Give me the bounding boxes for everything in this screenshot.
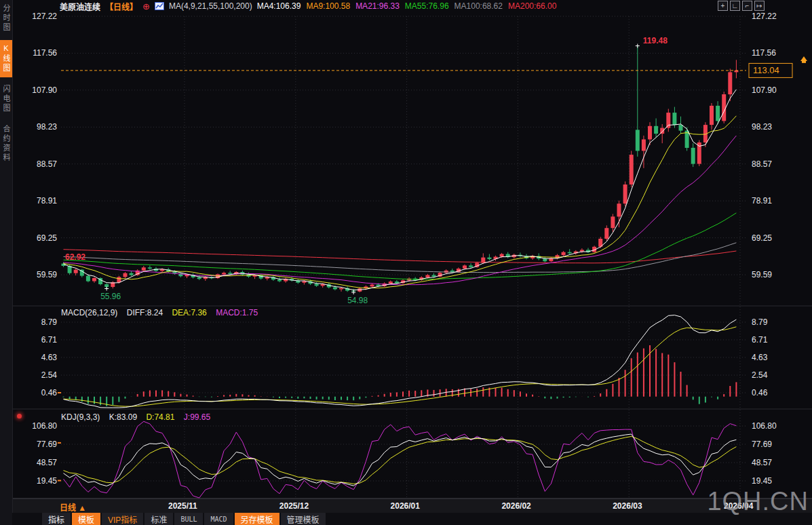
indicator-alert-dot[interactable] bbox=[17, 414, 22, 419]
chart-style-icon[interactable] bbox=[155, 2, 164, 10]
time-axis-row: 日线 ▲ 2025/112025/122026/012026/022026/03… bbox=[12, 499, 812, 513]
svg-text:0.46: 0.46 bbox=[41, 388, 58, 397]
svg-text:127.22: 127.22 bbox=[752, 12, 777, 21]
svg-text:2.54: 2.54 bbox=[752, 370, 768, 380]
svg-text:127.22: 127.22 bbox=[32, 12, 57, 21]
tab-intraday-chart[interactable]: 分时图 bbox=[0, 0, 12, 37]
ma-value: MA21:96.33 bbox=[355, 1, 400, 11]
trading-app-window: 分时图K线图闪电图合约资料 美原油连续 【日线】 ⊕ MA(4,9,21,55,… bbox=[0, 0, 812, 525]
svg-text:54.98: 54.98 bbox=[347, 296, 368, 305]
svg-text:8.79: 8.79 bbox=[752, 317, 768, 327]
chart-header-bar: 美原油连续 【日线】 ⊕ MA(4,9,21,55,100,200) MA4:1… bbox=[12, 0, 812, 12]
macd-macd-value: MACD:1.75 bbox=[216, 308, 258, 317]
date-label: 2025/12 bbox=[279, 501, 309, 511]
macd-params: MACD(26,12,9) bbox=[61, 308, 117, 317]
svg-text:8.79: 8.79 bbox=[41, 317, 58, 327]
ma-values-readout: MA4:106.39MA9:100.58MA21:96.33MA55:76.96… bbox=[257, 1, 562, 11]
crosshair-icon[interactable]: + bbox=[718, 1, 728, 11]
kline-macd-kdj-canvas[interactable]: 119.4862.9255.9654.98113.04127.22127.221… bbox=[12, 12, 812, 499]
left-sidebar: 分时图K线图闪电图合约资料 bbox=[0, 0, 13, 525]
svg-text:48.57: 48.57 bbox=[37, 458, 57, 467]
svg-text:88.57: 88.57 bbox=[37, 159, 57, 169]
ma-value: MA200:66.00 bbox=[508, 1, 556, 11]
tab-manage-template[interactable]: 管理模板 bbox=[281, 513, 326, 525]
macd-header: MACD(26,12,9) DIFF:8.24 DEA:7.36 MACD:1.… bbox=[61, 308, 265, 317]
svg-text:117.56: 117.56 bbox=[33, 48, 57, 58]
tab-macd[interactable]: MACD bbox=[204, 513, 233, 525]
macd-dea-value: DEA:7.36 bbox=[172, 308, 206, 317]
svg-text:48.57: 48.57 bbox=[752, 458, 772, 467]
symbol-name: 美原油连续 bbox=[60, 1, 100, 12]
tab-standard[interactable]: 标准 bbox=[144, 513, 173, 525]
svg-text:59.59: 59.59 bbox=[37, 270, 57, 279]
svg-text:77.69: 77.69 bbox=[752, 440, 772, 449]
svg-text:19.45: 19.45 bbox=[752, 476, 772, 486]
ma-value: MA9:100.58 bbox=[306, 1, 350, 11]
svg-text:107.90: 107.90 bbox=[32, 85, 57, 95]
svg-text:119.48: 119.48 bbox=[643, 36, 668, 45]
tab-save-template[interactable]: 另存模板 bbox=[235, 513, 279, 525]
svg-text:98.23: 98.23 bbox=[752, 122, 772, 132]
tab-contract-info[interactable]: 合约资料 bbox=[0, 121, 12, 167]
svg-text:62.92: 62.92 bbox=[65, 252, 85, 262]
axis-scale-icon[interactable]: ∟ bbox=[730, 1, 740, 11]
kdj-d-value: D:74.81 bbox=[146, 412, 174, 422]
svg-text:4.63: 4.63 bbox=[752, 353, 768, 362]
kdj-k-value: K:83.09 bbox=[109, 412, 137, 422]
date-label: 2026/04 bbox=[724, 501, 753, 511]
ma-value: MA55:76.96 bbox=[405, 1, 449, 11]
period-badge[interactable]: 【日线】 bbox=[105, 1, 138, 12]
chart-toolbar-icons: +∟⌐↦ bbox=[718, 1, 765, 11]
svg-text:106.80: 106.80 bbox=[752, 421, 777, 431]
svg-text:55.96: 55.96 bbox=[100, 292, 121, 301]
svg-text:88.57: 88.57 bbox=[752, 159, 772, 169]
date-label: 2025/11 bbox=[168, 501, 197, 511]
tab-kline-chart[interactable]: K线图 bbox=[0, 40, 12, 77]
svg-text:113.04: 113.04 bbox=[753, 65, 779, 75]
svg-text:4.63: 4.63 bbox=[41, 353, 58, 362]
svg-text:77.69: 77.69 bbox=[37, 440, 57, 449]
ma-value: MA100:68.62 bbox=[455, 1, 503, 11]
date-label: 2026/01 bbox=[391, 501, 420, 511]
svg-text:59.59: 59.59 bbox=[752, 270, 772, 279]
add-indicator-icon[interactable]: ⊕ bbox=[142, 2, 150, 11]
svg-text:69.25: 69.25 bbox=[37, 233, 57, 243]
svg-text:78.91: 78.91 bbox=[752, 196, 772, 206]
chart-area[interactable]: 119.4862.9255.9654.98113.04127.22127.221… bbox=[12, 12, 812, 499]
date-label: 2026/02 bbox=[501, 501, 530, 511]
indicator-toolbar: 指标模板VIP指标标准BULLMACD另存模板管理模板 bbox=[12, 513, 812, 525]
macd-diff-value: DIFF:8.24 bbox=[127, 308, 163, 317]
period-selector[interactable]: 日线 ▲ bbox=[60, 501, 86, 513]
svg-text:69.25: 69.25 bbox=[752, 233, 772, 243]
ma-settings-label: MA(4,9,21,55,100,200) bbox=[169, 1, 252, 11]
svg-text:117.56: 117.56 bbox=[752, 48, 776, 58]
kdj-header: KDJ(9,3,3) K:83.09 D:74.81 J:99.65 bbox=[61, 412, 217, 422]
svg-text:19.45: 19.45 bbox=[37, 476, 57, 486]
svg-text:98.23: 98.23 bbox=[37, 122, 57, 132]
tab-template[interactable]: 模板 bbox=[72, 513, 100, 525]
svg-text:78.91: 78.91 bbox=[37, 196, 57, 206]
svg-text:6.71: 6.71 bbox=[752, 335, 768, 345]
tab-indicator[interactable]: 指标 bbox=[42, 513, 71, 525]
kdj-j-value: J:99.65 bbox=[184, 412, 210, 422]
detach-window-icon[interactable]: ↦ bbox=[754, 1, 765, 11]
tab-flash-chart[interactable]: 闪电图 bbox=[0, 81, 12, 117]
svg-text:0.46: 0.46 bbox=[752, 388, 768, 397]
tab-bull[interactable]: BULL bbox=[174, 513, 203, 525]
tab-vip-indicator[interactable]: VIP指标 bbox=[102, 513, 143, 525]
svg-text:106.80: 106.80 bbox=[32, 421, 57, 431]
svg-text:107.90: 107.90 bbox=[752, 85, 777, 95]
date-label: 2026/03 bbox=[613, 501, 642, 511]
svg-text:2.54: 2.54 bbox=[41, 370, 58, 380]
kdj-params: KDJ(9,3,3) bbox=[61, 412, 100, 422]
ma-value: MA4:106.39 bbox=[257, 1, 301, 11]
axis-time-icon[interactable]: ⌐ bbox=[742, 1, 752, 11]
svg-text:6.71: 6.71 bbox=[41, 335, 58, 345]
